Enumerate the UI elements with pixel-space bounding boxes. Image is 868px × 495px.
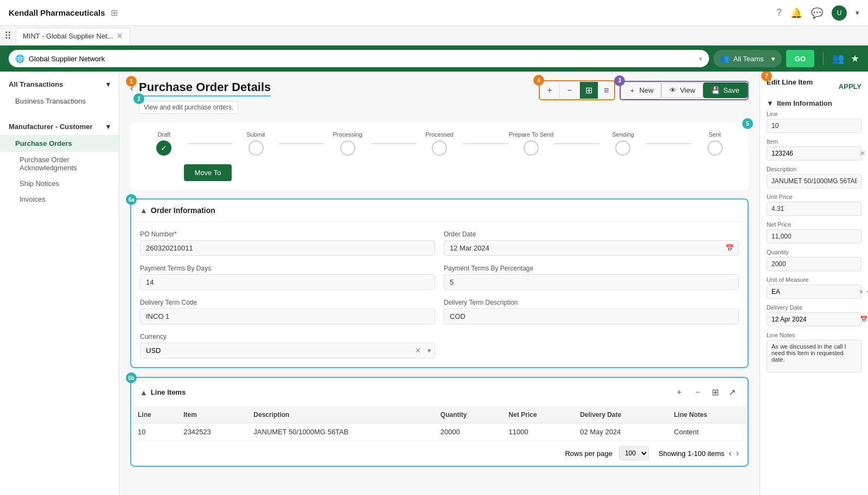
- delivery-term-code-label: Delivery Term Code: [140, 299, 435, 306]
- apply-button[interactable]: APPLY: [839, 82, 861, 91]
- li-add-btn[interactable]: ＋: [672, 384, 687, 400]
- panel-delivery-date-input[interactable]: [767, 313, 857, 326]
- top-bar-left: Kendall Pharmaceuticals ⊞: [9, 8, 118, 18]
- uom-dropdown-icon[interactable]: ▾: [865, 288, 868, 295]
- step-draft-circle: ✓: [156, 140, 171, 156]
- delivery-term-desc-group: Delivery Term Description: [444, 299, 739, 324]
- tab-close-icon[interactable]: ✕: [117, 31, 123, 40]
- panel-quantity-input[interactable]: [767, 257, 861, 271]
- line-items-table: Line Item Description Quantity Net Price…: [131, 407, 748, 441]
- panel-unit-price-input[interactable]: [767, 202, 861, 216]
- step-submit: Submit: [233, 131, 279, 156]
- sidebar-manufacturer-header[interactable]: Manufacturer - Customer ▾: [0, 118, 119, 135]
- col-line: Line: [131, 407, 177, 423]
- team-label: All Teams: [733, 55, 764, 63]
- top-bar: Kendall Pharmaceuticals ⊞ ? 🔔 💬 U ▾: [0, 0, 868, 26]
- content-inner: 1 ‹ Purchase Order Details 2 View and ed…: [119, 72, 760, 484]
- view-button[interactable]: 👁 View: [661, 82, 703, 98]
- save-button[interactable]: 💾 Save: [703, 82, 748, 98]
- order-date-input[interactable]: [444, 241, 721, 255]
- li-grid-btn[interactable]: ⊞: [709, 385, 722, 400]
- sidebar-item-invoices[interactable]: Invoices: [0, 191, 119, 207]
- payment-terms-days-input[interactable]: [140, 274, 435, 290]
- po-number-input[interactable]: [140, 240, 435, 256]
- cell-quantity: 20000: [434, 423, 502, 441]
- li-export-btn[interactable]: ↗: [725, 385, 739, 400]
- order-date-group: Order Date 📅: [444, 230, 739, 256]
- network-search-input[interactable]: [29, 55, 694, 63]
- minus-icon-btn[interactable]: －: [560, 81, 579, 99]
- item-information-header[interactable]: ▼ Item Information: [767, 99, 861, 107]
- calendar-icon[interactable]: 📅: [721, 244, 738, 252]
- uom-clear-icon[interactable]: ✕: [857, 288, 865, 295]
- line-items-collapse-btn[interactable]: ▲: [140, 388, 148, 397]
- main-layout: All Transactions ▾ Business Transactions…: [0, 72, 868, 495]
- sidebar-all-transactions[interactable]: All Transactions ▾: [0, 76, 119, 93]
- badge-6a: 6a: [126, 194, 137, 205]
- notification-icon[interactable]: 💬: [811, 7, 823, 19]
- network-search-wrap: 🌐 ▾: [9, 50, 709, 67]
- sidebar-item-purchase-orders[interactable]: Purchase Orders: [0, 135, 119, 152]
- delivery-term-desc-label: Delivery Term Description: [444, 299, 739, 306]
- page-header: 1 ‹ Purchase Order Details 2 View and ed…: [130, 80, 749, 114]
- panel-uom-input[interactable]: [767, 285, 857, 298]
- badge-6b: 6b: [126, 372, 137, 383]
- panel-line-notes-textarea[interactable]: As we discussed in the call I need this …: [767, 340, 861, 372]
- next-page-btn[interactable]: ›: [736, 448, 739, 458]
- panel-delivery-date-field: Delivery Date 📅: [767, 304, 861, 326]
- team-dropdown-icon[interactable]: ▾: [771, 55, 775, 63]
- step-submit-label: Submit: [246, 131, 265, 138]
- panel-item-field: Item ✕: [767, 138, 861, 160]
- panel-uom-icons: ✕ ▾: [857, 288, 868, 295]
- add-icon-btn[interactable]: ＋: [540, 81, 559, 99]
- step-prepare-circle: [524, 140, 539, 156]
- bell-icon[interactable]: 🔔: [790, 7, 802, 19]
- apps-icon[interactable]: ⠿: [4, 30, 11, 42]
- search-dropdown-icon[interactable]: ▾: [699, 55, 703, 63]
- step-sent: Sent: [692, 131, 738, 156]
- payment-terms-pct-input[interactable]: [444, 274, 739, 290]
- list-icon-btn[interactable]: ≡: [598, 82, 614, 99]
- delivery-term-desc-input[interactable]: [444, 308, 739, 324]
- sidebar-manufacturer-section: Manufacturer - Customer ▾ Purchase Order…: [0, 114, 119, 211]
- panel-item-clear-icon[interactable]: ✕: [857, 150, 868, 157]
- currency-clear-icon[interactable]: ✕: [412, 346, 424, 355]
- order-info-header: ▲ Order Information: [131, 200, 748, 222]
- currency-dropdown-icon[interactable]: ▾: [424, 346, 435, 355]
- delivery-term-code-input[interactable]: [140, 308, 435, 324]
- panel-item-input[interactable]: [767, 147, 857, 160]
- payment-terms-pct-group: Payment Terms By Percentage: [444, 265, 739, 290]
- li-remove-btn[interactable]: －: [690, 384, 705, 400]
- table-row[interactable]: 10 2342523 JANUMET 50/1000MG 56TAB 20000…: [131, 423, 748, 441]
- panel-line-notes-field: Line Notes As we discussed in the call I…: [767, 332, 861, 374]
- help-icon[interactable]: ?: [776, 7, 782, 18]
- new-button[interactable]: ＋ New: [621, 82, 661, 99]
- sidebar-item-ship-notices[interactable]: Ship Notices: [0, 176, 119, 191]
- panel-title: Edit Line Item: [767, 78, 813, 91]
- panel-line-input[interactable]: [767, 119, 861, 133]
- sidebar-item-business-transactions[interactable]: Business Transactions: [0, 93, 119, 110]
- cell-net-price: 11000: [502, 423, 574, 441]
- panel-delivery-date-label: Delivery Date: [767, 304, 861, 311]
- pagination: Rows per page 100 50 25 Showing 1-100 it…: [131, 441, 748, 466]
- step-submit-circle: [248, 140, 264, 156]
- panel-calendar-icon[interactable]: 📅: [857, 316, 868, 323]
- dropdown-icon[interactable]: ▾: [856, 9, 859, 17]
- go-button[interactable]: GO: [786, 50, 814, 67]
- sidebar-item-po-acknowledgments[interactable]: Purchase Order Acknowledgments: [0, 152, 119, 176]
- order-info-collapse-btn[interactable]: ▲: [140, 206, 148, 215]
- currency-select-wrap: ✕ ▾: [140, 343, 435, 358]
- panel-description-input[interactable]: [767, 174, 861, 188]
- user-avatar[interactable]: U: [832, 5, 847, 21]
- line-items-header: ▲ Line Items ＋ － ⊞ ↗: [131, 378, 748, 407]
- rows-per-page-select[interactable]: 100 50 25: [619, 446, 649, 460]
- panel-net-price-input[interactable]: [767, 229, 861, 243]
- prev-page-btn[interactable]: ‹: [729, 448, 731, 458]
- star-icon[interactable]: ★: [851, 53, 859, 65]
- currency-input[interactable]: [141, 343, 412, 358]
- main-tab[interactable]: MINT - Global Supplier Net... ✕: [16, 28, 130, 44]
- page-title-wrap: Purchase Order Details 2 View and edit p…: [139, 80, 271, 114]
- users-icon[interactable]: 👥: [832, 53, 844, 65]
- move-to-button[interactable]: Move To: [184, 164, 232, 181]
- grid-icon-btn[interactable]: ⊞: [580, 82, 598, 99]
